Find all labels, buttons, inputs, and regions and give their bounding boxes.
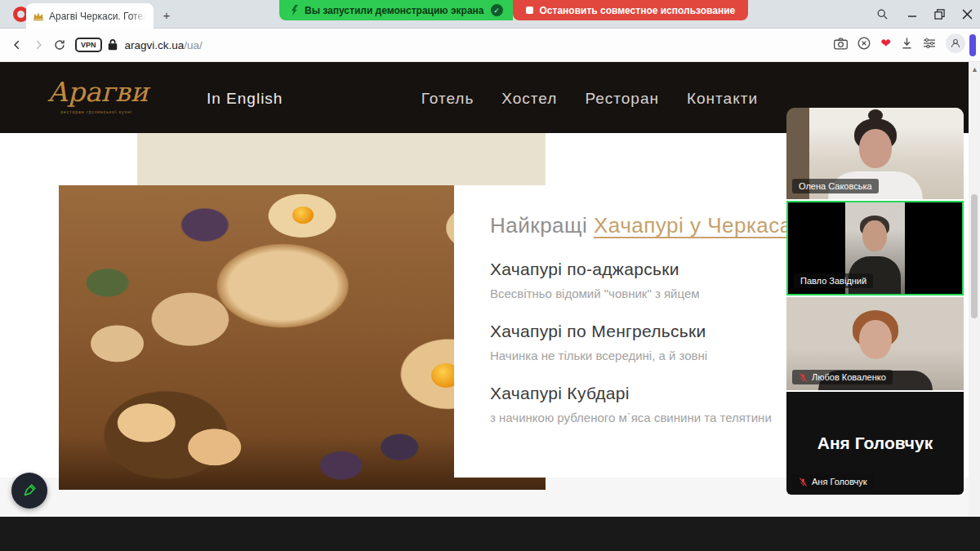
share-bolt-icon: [291, 5, 298, 16]
annotate-pencil-button[interactable]: [11, 473, 47, 509]
search-icon[interactable]: [871, 5, 893, 23]
participant-name-label: Любов Коваленко: [792, 370, 893, 384]
nav-hostel[interactable]: Хостел: [501, 90, 557, 108]
share-banner-text: Вы запустили демонстрацию экрана: [305, 5, 484, 16]
dish-desc: з начинкою рубленого м`яса свинини та те…: [490, 411, 800, 424]
dish-item: Хачапурі Кубдарі з начинкою рубленого м`…: [490, 384, 800, 424]
page-viewport: Арагви ресторан грузинської кухні In Eng…: [0, 62, 980, 517]
main-nav: Готель Хостел Ресторан Контакти: [421, 90, 758, 108]
back-button[interactable]: [7, 34, 28, 56]
screen-share-banner: Вы запустили демонстрацию экрана ✓ Остан…: [279, 0, 748, 20]
new-tab-button[interactable]: +: [158, 7, 175, 23]
screen-share-status: Вы запустили демонстрацию экрана ✓: [279, 0, 513, 20]
stop-sharing-button[interactable]: Остановить совместное использование: [513, 0, 749, 20]
tab-title: Арагві Черкаси. Готель А: [49, 11, 145, 22]
browser-tab[interactable]: Арагві Черкаси. Готель А: [26, 3, 154, 29]
reload-button[interactable]: [49, 34, 70, 56]
menu-text-block: Найкращі Хачапурі у Черкасах Хачапурі по…: [490, 213, 800, 424]
pencil-icon: [20, 482, 38, 500]
beige-decor-block: [137, 133, 546, 185]
url-path: /ua/: [184, 39, 203, 51]
language-switch-link[interactable]: In English: [207, 90, 283, 108]
muted-mic-icon: [799, 373, 808, 382]
lock-icon[interactable]: [107, 38, 118, 51]
close-button[interactable]: [956, 5, 978, 23]
sidebar-accent-pill[interactable]: [969, 34, 976, 56]
participant-name-label: Павло Завідний: [794, 273, 873, 288]
participant-name-label: Аня Головчук: [792, 474, 874, 489]
browser-toolbar: VPN aragvi.ck.ua/ua/: [0, 29, 980, 62]
nav-restaurant[interactable]: Ресторан: [585, 90, 659, 108]
logo-tagline: ресторан грузинської кухні: [47, 109, 145, 114]
khachapuri-link[interactable]: Хачапурі у Черкасах: [594, 213, 803, 238]
forward-button[interactable]: [28, 34, 49, 56]
shield-check-icon: ✓: [491, 4, 503, 16]
address-bar[interactable]: aragvi.ck.ua/ua/: [125, 39, 203, 51]
title-prefix: Найкращі: [490, 213, 594, 238]
snapshot-camera-icon[interactable]: [834, 38, 848, 50]
crown-favicon-icon: [33, 11, 44, 21]
dish-name: Хачапурі Кубдарі: [490, 384, 800, 403]
downloads-icon[interactable]: [901, 37, 913, 50]
windows-taskbar: ✆ zm ✆ УКР 11:09Пн 30.03.26: [0, 517, 980, 551]
scrollbar-thumb[interactable]: [971, 194, 978, 318]
site-logo[interactable]: Арагви ресторан грузинської кухні: [47, 69, 145, 127]
zoom-active-speaker-video[interactable]: Павло Завідний: [786, 201, 964, 295]
egg-yolk: [292, 207, 314, 224]
bookmark-heart-icon[interactable]: ❤: [880, 36, 891, 51]
nav-contacts[interactable]: Контакти: [687, 90, 758, 108]
participant-name-label: Олена Саковська: [792, 179, 879, 193]
minimize-button[interactable]: [901, 5, 924, 23]
vpn-badge[interactable]: VPN: [75, 38, 102, 52]
zoom-participant-video[interactable]: Любов Коваленко: [786, 297, 964, 390]
section-title: Найкращі Хачапурі у Черкасах: [490, 213, 800, 238]
stop-icon: [526, 7, 533, 14]
nav-hotel[interactable]: Готель: [421, 90, 474, 108]
zoom-participant-novideo[interactable]: Аня Головчук Аня Головчук: [786, 392, 964, 495]
browser-tab-strip: Арагві Черкаси. Готель А + Вы запустили …: [0, 0, 980, 29]
stop-button-text: Остановить совместное использование: [540, 5, 736, 16]
url-host: aragvi.ck.ua: [125, 39, 185, 51]
dish-item: Хачапурі по-аджарськи Всесвітньо відомий…: [490, 260, 800, 300]
muted-mic-icon: [799, 478, 808, 487]
profile-avatar-icon[interactable]: [946, 33, 965, 53]
zoom-participant-video[interactable]: Олена Саковська: [786, 108, 964, 199]
address-bar-actions: ❤: [834, 33, 965, 53]
dish-desc: Начинка не тільки всередині, а й зовні: [490, 349, 800, 362]
settings-sliders-icon[interactable]: [923, 38, 936, 49]
screen: Арагві Черкаси. Готель А + Вы запустили …: [0, 0, 980, 551]
dish-name: Хачапурі по-аджарськи: [490, 260, 800, 279]
restore-button[interactable]: [928, 5, 951, 23]
dish-name: Хачапурі по Менгрельськи: [490, 322, 800, 341]
scrollbar-up-arrow[interactable]: ▲: [971, 65, 978, 73]
dish-item: Хачапурі по Менгрельськи Начинка не тіль…: [490, 322, 800, 362]
adblock-shield-icon[interactable]: [858, 37, 871, 50]
dish-desc: Всесвітньо відомий "човник" з яйцем: [490, 287, 800, 300]
